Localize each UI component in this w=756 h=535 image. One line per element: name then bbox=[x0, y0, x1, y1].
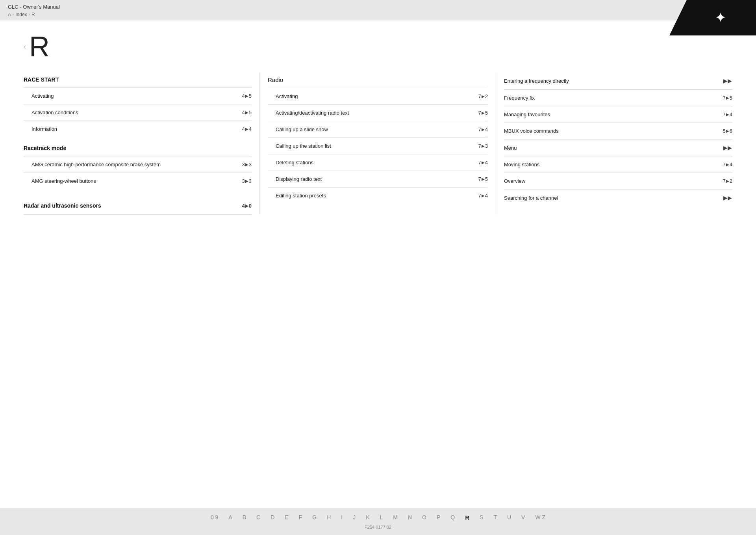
alpha-item-c[interactable]: C bbox=[255, 513, 262, 522]
list-item[interactable]: Managing favourites 7▶4 bbox=[504, 106, 732, 123]
alpha-item-u[interactable]: U bbox=[506, 513, 513, 522]
entry-page: ▶▶ bbox=[723, 195, 732, 201]
alpha-item-e[interactable]: E bbox=[283, 513, 290, 522]
alpha-item-q[interactable]: Q bbox=[449, 513, 456, 522]
entry-page: 7▶4 bbox=[478, 160, 488, 165]
section-race-start: RACE START Activating 4▶5 Activation con… bbox=[24, 76, 252, 137]
list-item[interactable]: Calling up the station list 7▶3 bbox=[268, 138, 488, 154]
bottom-nav: 0 9 A B C D E F G H I J K L M N O P Q R … bbox=[0, 508, 756, 535]
list-item[interactable]: Calling up a slide show 7▶4 bbox=[268, 121, 488, 138]
list-item[interactable]: AMG steering-wheel buttons 3▶3 bbox=[24, 173, 252, 189]
list-item[interactable]: Searching for a channel ▶▶ bbox=[504, 189, 732, 206]
index-letter: R bbox=[29, 32, 50, 61]
alpha-item-f[interactable]: F bbox=[297, 513, 304, 522]
entry-text: Editing station presets bbox=[276, 193, 478, 199]
entry-page: 4▶4 bbox=[242, 126, 252, 132]
column-2: Radio Activating 7▶2 Activating/deactiva… bbox=[260, 72, 496, 215]
alpha-item-n[interactable]: N bbox=[406, 513, 413, 522]
entry-page: 4▶5 bbox=[242, 110, 252, 115]
entry-text: Information bbox=[32, 126, 242, 132]
entry-text: Managing favourites bbox=[504, 111, 723, 117]
entry-page: 7▶2 bbox=[478, 93, 488, 99]
section-heading-radar[interactable]: Radar and ultrasonic sensors 4▶0 bbox=[24, 197, 252, 215]
entry-page: 7▶4 bbox=[723, 111, 732, 117]
breadcrumb-index[interactable]: Index bbox=[15, 12, 27, 17]
list-item[interactable]: Overview 7▶2 bbox=[504, 173, 732, 189]
list-item[interactable]: Deleting stations 7▶4 bbox=[268, 154, 488, 171]
section-heading-racetrack: Racetrack mode bbox=[24, 145, 252, 151]
entry-page: 4▶5 bbox=[242, 93, 252, 99]
list-item[interactable]: Activating 7▶2 bbox=[268, 88, 488, 105]
entry-text: Activating/deactivating radio text bbox=[276, 110, 478, 116]
entry-page: 3▶3 bbox=[242, 178, 252, 184]
list-item[interactable]: Menu ▶▶ bbox=[504, 139, 732, 156]
alpha-item-l[interactable]: L bbox=[378, 513, 384, 522]
alpha-nav: 0 9 A B C D E F G H I J K L M N O P Q R … bbox=[8, 513, 748, 522]
entry-text: Activating bbox=[276, 93, 478, 99]
section-radar: Radar and ultrasonic sensors 4▶0 bbox=[24, 197, 252, 215]
alpha-item-i[interactable]: I bbox=[339, 513, 344, 522]
header: GLC - Owner's Manual ⌂ › Index › R ✦ bbox=[0, 0, 756, 20]
alpha-item-d[interactable]: D bbox=[269, 513, 276, 522]
column-3: Entering a frequency directly ▶▶ Frequen… bbox=[496, 72, 732, 215]
breadcrumb-sep1: › bbox=[13, 12, 14, 17]
race-start-entries: Activating 4▶5 Activation conditions 4▶5… bbox=[24, 87, 252, 137]
manual-title: GLC - Owner's Manual bbox=[8, 4, 60, 10]
entry-page: 7▶5 bbox=[478, 110, 488, 116]
entry-text: Calling up a slide show bbox=[276, 126, 478, 132]
list-item[interactable]: Moving stations 7▶4 bbox=[504, 156, 732, 173]
list-item[interactable]: Displaying radio text 7▶5 bbox=[268, 171, 488, 188]
alpha-item-m[interactable]: M bbox=[391, 513, 399, 522]
entry-entering-frequency[interactable]: Entering a frequency directly ▶▶ bbox=[504, 72, 732, 89]
alpha-item-b[interactable]: B bbox=[241, 513, 248, 522]
entry-page: 3▶3 bbox=[242, 162, 252, 167]
breadcrumb-r[interactable]: R bbox=[32, 12, 35, 17]
letter-heading-row: ‹ R bbox=[24, 32, 732, 61]
list-item[interactable]: Activating/deactivating radio text 7▶5 bbox=[268, 105, 488, 121]
breadcrumb-home-icon[interactable]: ⌂ bbox=[8, 11, 11, 17]
alpha-item-v[interactable]: V bbox=[520, 513, 526, 522]
list-item[interactable]: Frequency fix 7▶5 bbox=[504, 90, 732, 106]
alpha-item-j[interactable]: J bbox=[351, 513, 357, 522]
index-grid: RACE START Activating 4▶5 Activation con… bbox=[24, 72, 732, 215]
alpha-item-o[interactable]: O bbox=[421, 513, 428, 522]
list-item[interactable]: Information 4▶4 bbox=[24, 121, 252, 137]
radio-cont-entries: Frequency fix 7▶5 Managing favourites 7▶… bbox=[504, 89, 732, 206]
radio-entries: Activating 7▶2 Activating/deactivating r… bbox=[268, 88, 488, 204]
section-heading-radio: Radio bbox=[268, 76, 488, 83]
entry-page: 7▶3 bbox=[478, 143, 488, 149]
section-radio: Radio Activating 7▶2 Activating/deactiva… bbox=[268, 76, 488, 204]
prev-letter-button[interactable]: ‹ bbox=[24, 43, 26, 51]
list-item[interactable]: Activating 4▶5 bbox=[24, 88, 252, 104]
list-item[interactable]: Activation conditions 4▶5 bbox=[24, 104, 252, 121]
alpha-item-a[interactable]: A bbox=[227, 513, 233, 522]
alpha-item-r[interactable]: R bbox=[463, 513, 471, 522]
list-item[interactable]: MBUX voice commands 5▶6 bbox=[504, 123, 732, 139]
section-radio-cont: Entering a frequency directly ▶▶ Frequen… bbox=[504, 72, 732, 206]
alpha-item-p[interactable]: P bbox=[435, 513, 442, 522]
alpha-item-k[interactable]: K bbox=[364, 513, 371, 522]
entry-text: AMG ceramic high-performance composite b… bbox=[32, 162, 242, 167]
alpha-item-09[interactable]: 0 9 bbox=[209, 513, 220, 522]
entry-text: Displaying radio text bbox=[276, 176, 478, 182]
alpha-item-s[interactable]: S bbox=[478, 513, 485, 522]
mercedes-logo-area: ✦ bbox=[669, 0, 756, 35]
breadcrumb: ⌂ › Index › R bbox=[8, 11, 60, 17]
section-racetrack-mode: Racetrack mode AMG ceramic high-performa… bbox=[24, 145, 252, 189]
list-item[interactable]: AMG ceramic high-performance composite b… bbox=[24, 156, 252, 173]
header-left: GLC - Owner's Manual ⌂ › Index › R bbox=[8, 4, 60, 17]
section-heading-race-start: RACE START bbox=[24, 76, 252, 83]
entry-page: 7▶2 bbox=[723, 178, 732, 184]
list-item[interactable]: Editing station presets 7▶4 bbox=[268, 188, 488, 204]
alpha-item-wz[interactable]: W Z bbox=[534, 513, 547, 522]
entry-page: 7▶5 bbox=[723, 95, 732, 101]
alpha-item-h[interactable]: H bbox=[325, 513, 332, 522]
main-content: ‹ R RACE START Activating 4▶5 Activation… bbox=[0, 20, 756, 508]
entry-text: Searching for a channel bbox=[504, 195, 723, 201]
alpha-item-g[interactable]: G bbox=[311, 513, 318, 522]
radar-label: Radar and ultrasonic sensors bbox=[24, 202, 101, 209]
footer-code: F254 0177 02 bbox=[365, 525, 391, 529]
alpha-item-t[interactable]: T bbox=[492, 513, 498, 522]
radar-page: 4▶0 bbox=[242, 203, 252, 209]
entry-page: 7▶4 bbox=[478, 193, 488, 199]
